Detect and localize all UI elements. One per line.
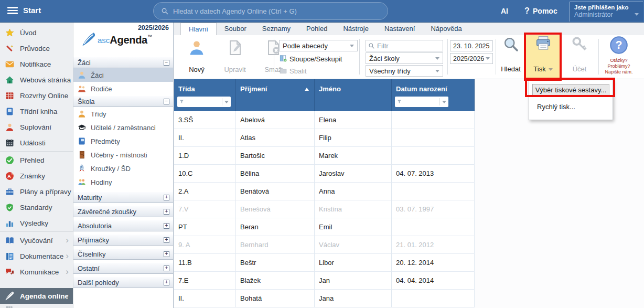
- collapse-button[interactable]: Sbalit: [280, 66, 307, 76]
- expand-icon[interactable]: +: [164, 237, 169, 243]
- column-filter-trida[interactable]: [177, 97, 231, 107]
- tree-item-zaci[interactable]: Žáci: [73, 68, 173, 82]
- tab-pohled[interactable]: Pohled: [298, 23, 335, 35]
- tab-hlavni[interactable]: Hlavní: [180, 23, 217, 35]
- table-row-bohata[interactable]: II.BohatáJana: [174, 290, 475, 307]
- tree-group-skola[interactable]: Škola−: [73, 95, 173, 107]
- sidebar-item-vysledky[interactable]: Výsledky: [0, 215, 73, 231]
- print-menu-item-rychly-tisk[interactable]: Rychlý tisk...: [532, 101, 609, 114]
- global-search[interactable]: [153, 2, 388, 20]
- sidebar-item-udalosti[interactable]: Události: [0, 135, 73, 151]
- sidebar-item-uvod[interactable]: Úvod: [0, 25, 73, 40]
- expand-icon[interactable]: +: [164, 209, 169, 215]
- filter-input[interactable]: [377, 42, 441, 50]
- classes-select[interactable]: Všechny třídy: [366, 65, 443, 77]
- tree-group-zaci[interactable]: Žáci−: [73, 57, 173, 68]
- table-row-belina[interactable]: 10.CBělinaJaroslav04. 07. 2013: [174, 165, 475, 183]
- table-row-bartosic[interactable]: 1.DBartošicMarek: [174, 147, 475, 165]
- print-button[interactable]: Tisk: [526, 35, 560, 79]
- tree-item-krouzky-sd[interactable]: Kroužky / ŠD: [73, 162, 173, 175]
- expand-icon[interactable]: +: [164, 251, 169, 257]
- table-row-blazek[interactable]: 7.EBlažekJan04. 04. 2014: [174, 272, 475, 290]
- tree-group-prijimacky[interactable]: Přijímačky+: [73, 234, 173, 246]
- sidebar-item-webova-stranka[interactable]: Webová stránka: [0, 72, 73, 88]
- tree-group-ostatni[interactable]: Ostatní+: [73, 262, 173, 274]
- expand-icon[interactable]: +: [164, 265, 169, 271]
- tab-nastaveni[interactable]: Nastavení: [377, 23, 423, 35]
- collapse-icon[interactable]: −: [164, 99, 169, 104]
- sort-select[interactable]: Podle abecedy: [279, 40, 358, 51]
- sidebar-item-notifikace[interactable]: Notifikace: [0, 56, 73, 72]
- school-year-label: 2025/2026: [138, 24, 169, 31]
- table-row-abelova[interactable]: 3.SŠAbelováElena: [174, 111, 475, 129]
- sidebar-item-agenda-online[interactable]: Agenda online ‹: [0, 288, 73, 304]
- table-row-benatova[interactable]: 2.ABenátováAnna: [174, 183, 475, 200]
- sidebar-item-dokumentace[interactable]: Dokumentace›: [0, 248, 73, 264]
- chevron-down-icon: [224, 101, 229, 103]
- help-button[interactable]: Pomoc: [533, 7, 557, 15]
- hamburger-menu-icon[interactable]: [7, 7, 18, 15]
- expand-icon[interactable]: +: [164, 223, 169, 229]
- global-search-input[interactable]: [173, 7, 388, 15]
- tree-group-zaverecne-zkousky[interactable]: Závěrečné zkoušky+: [73, 206, 173, 217]
- sidebar-item-rozvrhy-online[interactable]: Rozvrhy Online: [0, 88, 73, 103]
- expand-icon[interactable]: +: [164, 195, 169, 200]
- ai-button[interactable]: AI: [501, 7, 508, 15]
- tab-napoveda[interactable]: Nápověda: [423, 23, 469, 35]
- column-header-trida[interactable]: Třída: [174, 79, 236, 111]
- tab-nastroje[interactable]: Nástroje: [335, 23, 376, 35]
- school-year-select[interactable]: 2025/2026: [450, 53, 493, 64]
- table-row-benesova[interactable]: 7.VBenešováKristína03. 07. 1997: [174, 200, 475, 218]
- start-menu[interactable]: Start: [23, 6, 41, 15]
- account-button[interactable]: Účet: [563, 36, 596, 78]
- columns-group-button[interactable]: Sloupce/Seskupit: [280, 54, 342, 63]
- scope-select[interactable]: Žáci školy: [366, 52, 443, 64]
- sidebar-item-komunikace[interactable]: Komunikace›: [0, 264, 73, 280]
- sidebar-item-pruvodce[interactable]: Průvodce: [0, 40, 73, 56]
- sidebar-item-vyucovani[interactable]: Vyučování›: [0, 232, 73, 248]
- sidebar-item-suplovani[interactable]: Suplování: [0, 119, 73, 135]
- parents-icon: [78, 84, 87, 93]
- schedule-icon: [5, 91, 15, 100]
- user-menu[interactable]: Jste přihlášen jako Administrátor: [570, 2, 643, 22]
- tree-item-rodice[interactable]: Rodiče: [73, 82, 173, 95]
- column-header-datum-narozeni[interactable]: Datum narození: [392, 79, 475, 111]
- tree-group-ciselniky[interactable]: Číselníky+: [73, 248, 173, 260]
- sidebar-item-tridni-kniha[interactable]: Třídní kniha: [0, 103, 73, 119]
- funnel-icon: [397, 99, 403, 105]
- svg-text:A: A: [7, 173, 11, 178]
- tree-item-ucitele-zamestnanci[interactable]: Učitelé / zaměstnanci: [73, 121, 173, 134]
- filter-box[interactable]: [366, 40, 443, 51]
- tree-item-predmety[interactable]: Předměty: [73, 134, 173, 148]
- print-menu-item-vyber-tiskove-sestavy[interactable]: Výběr tiskové sestavy...: [532, 84, 609, 97]
- sidebar-item-standardy[interactable]: Standardy: [0, 199, 73, 215]
- collapse-icon[interactable]: −: [164, 60, 169, 66]
- expand-icon[interactable]: +: [164, 280, 169, 285]
- column-header-jmeno[interactable]: Jméno: [315, 79, 392, 111]
- sidebar-item-plany-a-pripravy[interactable]: Plány a přípravy: [0, 184, 73, 199]
- tree-item-ucebny-mistnosti[interactable]: Učebny - místnosti: [73, 148, 173, 162]
- cell-datum: 03. 07. 1997: [392, 200, 475, 218]
- sidebar-item-znamky[interactable]: A+Známky: [0, 168, 73, 184]
- table-row-bernhard[interactable]: 9. ABernhardVáclav21. 01. 2012: [174, 236, 475, 254]
- column-header-prijmeni[interactable]: Příjmení: [236, 79, 315, 111]
- tab-soubor[interactable]: Soubor: [217, 23, 254, 35]
- tree-group-maturity[interactable]: Maturity+: [73, 192, 173, 203]
- table-row-beran[interactable]: PTBeranEmil: [174, 218, 475, 236]
- new-button[interactable]: Nový: [178, 37, 215, 78]
- chevron-right-icon: ›: [66, 248, 69, 264]
- contact-support-button[interactable]: ? Otázky? Problémy? Napište nám.: [602, 36, 636, 78]
- edit-button[interactable]: Upravit: [217, 37, 253, 78]
- tree-group-absolutoria[interactable]: Absolutoria+: [73, 220, 173, 231]
- search-button[interactable]: Hledat: [496, 36, 525, 78]
- tree-item-hodiny[interactable]: Hodiny: [73, 175, 173, 189]
- table-row-bestr[interactable]: 11.BBeštrLibor20. 12. 2014: [174, 254, 475, 272]
- sidebar-divider: [0, 231, 73, 232]
- column-filter-datum-narozeni[interactable]: [395, 97, 448, 107]
- tab-seznamy[interactable]: Seznamy: [254, 23, 298, 35]
- table-row-atlas[interactable]: II.AtlasFilip: [174, 129, 475, 147]
- sidebar-item-prehled[interactable]: Přehled: [0, 152, 73, 168]
- date-input[interactable]: [450, 40, 493, 51]
- tree-item-tridy[interactable]: Třídy: [73, 107, 173, 121]
- tree-group-dalsi-pohledy[interactable]: Další pohledy+: [73, 277, 173, 288]
